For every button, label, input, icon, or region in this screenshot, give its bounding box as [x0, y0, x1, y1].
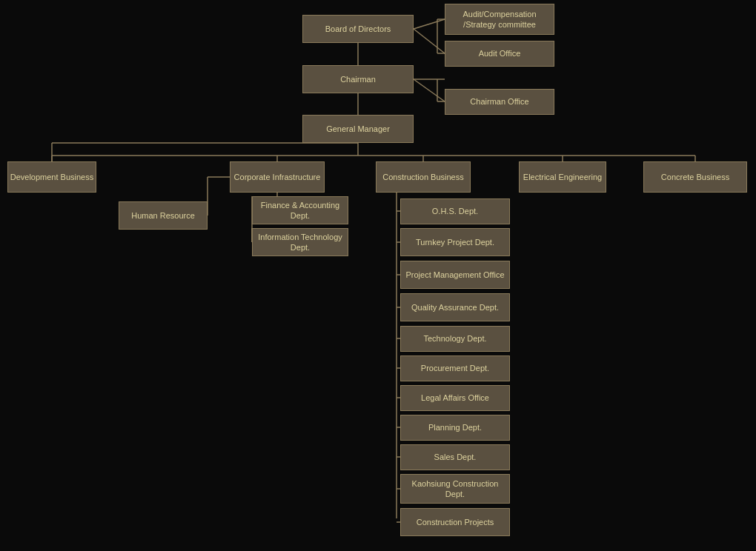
box-pmo: Project Management Office	[400, 261, 510, 289]
box-concrete: Concrete Business	[643, 161, 747, 193]
box-sales: Sales Dept.	[400, 444, 510, 470]
box-ohs: O.H.S. Dept.	[400, 198, 510, 224]
box-turnkey: Turnkey Project Dept.	[400, 228, 510, 256]
box-electrical: Electrical Engineering	[519, 161, 606, 193]
box-kaohsiung: Kaohsiung Construction Dept.	[400, 474, 510, 504]
box-corp_infra: Corporate Infrastructure	[230, 161, 325, 193]
box-quality: Quality Assurance Dept.	[400, 293, 510, 321]
box-technology: Technology Dept.	[400, 326, 510, 352]
org-chart: Board of DirectorsAudit/Compensation /St…	[0, 0, 756, 551]
box-audit_office: Audit Office	[445, 41, 554, 67]
box-general_manager: General Manager	[302, 115, 414, 143]
box-board: Board of Directors	[302, 15, 414, 43]
box-finance: Finance & Accounting Dept.	[252, 196, 348, 224]
svg-line-6	[414, 79, 445, 101]
box-procurement: Procurement Dept.	[400, 355, 510, 381]
box-info_tech: Information Technology Dept.	[252, 228, 348, 256]
box-chairman: Chairman	[302, 65, 414, 93]
svg-line-0	[414, 19, 445, 29]
box-planning: Planning Dept.	[400, 415, 510, 441]
box-construction: Construction Business	[376, 161, 471, 193]
box-human_resource: Human Resource	[119, 201, 208, 230]
box-audit_comp: Audit/Compensation /Strategy committee	[445, 4, 554, 35]
box-chairman_office: Chairman Office	[445, 89, 554, 115]
box-legal: Legal Affairs Office	[400, 385, 510, 411]
svg-line-1	[414, 29, 445, 53]
box-dev_business: Development Business	[7, 161, 96, 193]
box-construction_proj: Construction Projects	[400, 508, 510, 536]
